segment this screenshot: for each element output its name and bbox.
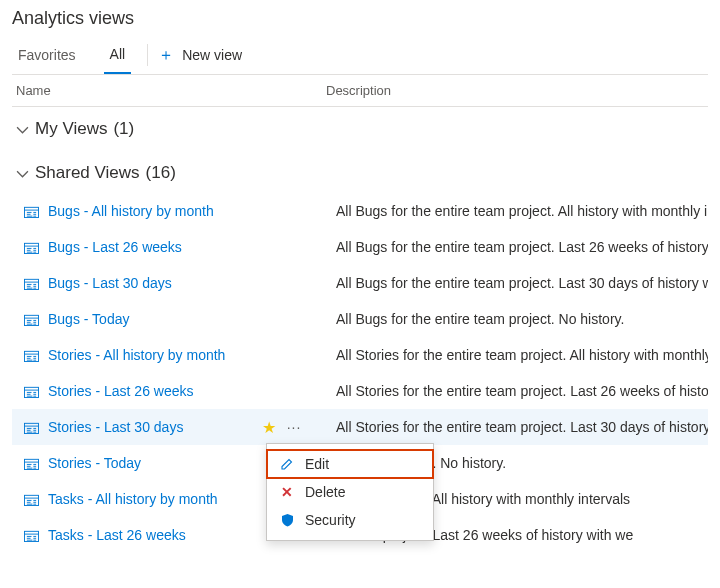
group-shared-views-label: Shared Views: [35, 163, 140, 183]
table-row[interactable]: Bugs - Last 30 daysAll Bugs for the enti…: [12, 265, 708, 301]
view-description: All Bugs for the entire team project. La…: [308, 239, 708, 255]
view-icon: [24, 349, 44, 362]
view-icon: [24, 385, 44, 398]
context-menu: Edit ✕ Delete Security: [266, 443, 434, 541]
favorite-star-icon[interactable]: ★: [258, 418, 280, 437]
group-my-views[interactable]: My Views (1): [12, 107, 708, 149]
menu-item-edit[interactable]: Edit: [267, 450, 433, 478]
tab-all[interactable]: All: [104, 36, 132, 74]
group-my-views-count: (1): [113, 119, 134, 139]
pencil-icon: [279, 457, 295, 471]
table-row[interactable]: Stories - Last 30 days★···All Stories fo…: [12, 409, 708, 445]
menu-item-delete[interactable]: ✕ Delete: [267, 478, 433, 506]
view-icon: [24, 493, 44, 506]
column-header-name[interactable]: Name: [16, 83, 326, 98]
x-icon: ✕: [279, 484, 295, 500]
view-description: All Bugs for the entire team project. Al…: [308, 203, 708, 219]
group-shared-views[interactable]: Shared Views (16): [12, 149, 708, 193]
more-actions-button[interactable]: ···: [280, 419, 308, 435]
view-description: All Stories for the entire team project.…: [308, 419, 708, 435]
column-header-row: Name Description: [12, 75, 708, 107]
view-icon: [24, 241, 44, 254]
view-description: All Bugs for the entire team project. No…: [308, 311, 708, 327]
column-header-description[interactable]: Description: [326, 83, 708, 98]
shield-icon: [279, 513, 295, 527]
view-icon: [24, 457, 44, 470]
view-icon: [24, 529, 44, 542]
tab-favorites[interactable]: Favorites: [12, 36, 82, 74]
view-name-link[interactable]: Stories - Last 30 days: [44, 419, 258, 435]
view-icon: [24, 277, 44, 290]
view-icon: [24, 205, 44, 218]
view-name-link[interactable]: Bugs - Today: [44, 311, 258, 327]
menu-item-security-label: Security: [305, 512, 356, 528]
table-row[interactable]: Bugs - All history by monthAll Bugs for …: [12, 193, 708, 229]
view-name-link[interactable]: Stories - All history by month: [44, 347, 258, 363]
view-name-link[interactable]: Bugs - Last 26 weeks: [44, 239, 258, 255]
view-name-link[interactable]: Stories - Today: [44, 455, 258, 471]
table-row[interactable]: Bugs - TodayAll Bugs for the entire team…: [12, 301, 708, 337]
new-view-button[interactable]: ＋ New view: [158, 47, 242, 63]
view-icon: [24, 313, 44, 326]
view-description: All Bugs for the entire team project. La…: [308, 275, 708, 291]
page-title: Analytics views: [12, 8, 708, 29]
view-icon: [24, 421, 44, 434]
tab-bar: Favorites All ＋ New view: [12, 35, 708, 75]
table-row[interactable]: Stories - Last 26 weeksAll Stories for t…: [12, 373, 708, 409]
view-name-link[interactable]: Bugs - All history by month: [44, 203, 258, 219]
menu-item-security[interactable]: Security: [267, 506, 433, 534]
menu-item-edit-label: Edit: [305, 456, 329, 472]
chevron-down-icon: [16, 123, 29, 136]
view-name-link[interactable]: Bugs - Last 30 days: [44, 275, 258, 291]
view-description: All Stories for the entire team project.…: [308, 383, 708, 399]
plus-icon: ＋: [158, 47, 174, 63]
table-row[interactable]: Stories - All history by monthAll Storie…: [12, 337, 708, 373]
view-name-link[interactable]: Stories - Last 26 weeks: [44, 383, 258, 399]
group-shared-views-count: (16): [146, 163, 176, 183]
view-description: All Stories for the entire team project.…: [308, 347, 708, 363]
view-name-link[interactable]: Tasks - All history by month: [44, 491, 258, 507]
view-name-link[interactable]: Tasks - Last 26 weeks: [44, 527, 258, 543]
table-row[interactable]: Bugs - Last 26 weeksAll Bugs for the ent…: [12, 229, 708, 265]
new-view-label: New view: [182, 47, 242, 63]
chevron-down-icon: [16, 167, 29, 180]
tab-divider: [147, 44, 148, 66]
group-my-views-label: My Views: [35, 119, 107, 139]
menu-item-delete-label: Delete: [305, 484, 345, 500]
